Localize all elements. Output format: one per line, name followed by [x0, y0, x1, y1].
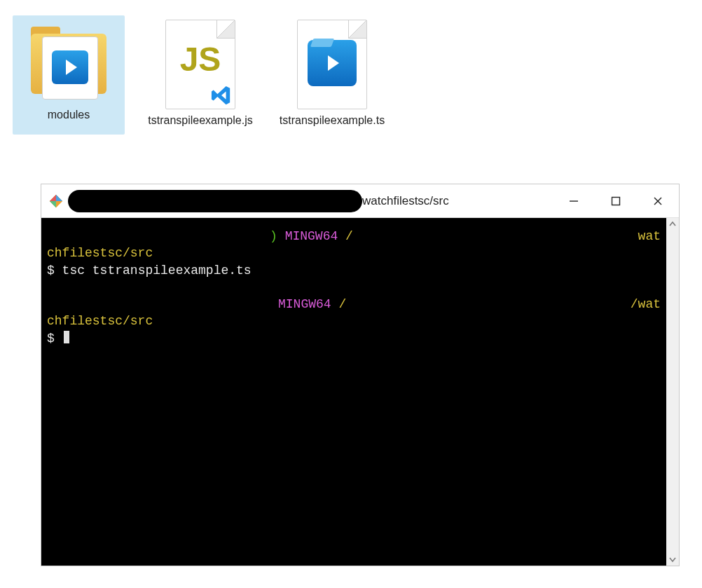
terminal-cursor	[64, 331, 69, 343]
title-redacted-region	[68, 190, 362, 212]
file-item-js[interactable]: JS tstranspileexample.js	[144, 15, 256, 135]
file-label: modules	[48, 108, 90, 122]
minimize-button[interactable]	[553, 184, 595, 217]
ts-file-icon	[297, 20, 367, 109]
terminal-cwd-line: chfilestsc/src	[47, 313, 661, 329]
window-title-path: watchfilestsc/src	[362, 194, 449, 208]
scroll-down-icon[interactable]	[666, 553, 679, 566]
terminal-blank-line	[47, 279, 661, 296]
svg-marker-1	[56, 194, 62, 200]
svg-marker-2	[50, 201, 56, 207]
svg-rect-5	[612, 197, 620, 205]
terminal-prompt-line: ) MINGW64 / wat	[47, 228, 661, 245]
terminal-cwd-line: chfilestsc/src	[47, 245, 661, 261]
file-item-modules[interactable]: modules	[13, 15, 125, 135]
window-controls	[553, 184, 679, 217]
maximize-button[interactable]	[595, 184, 637, 217]
vscode-badge-icon	[211, 85, 232, 106]
close-button[interactable]	[637, 184, 679, 217]
terminal-input-line[interactable]: $	[47, 330, 661, 347]
file-label: tstranspileexample.ts	[280, 114, 385, 128]
terminal-scrollbar[interactable]	[666, 218, 679, 566]
terminal-app-icon	[48, 193, 64, 209]
js-file-icon: JS	[165, 20, 235, 109]
folder-icon	[27, 20, 111, 104]
terminal-command-line: $ tsc tstranspileexample.ts	[47, 262, 661, 279]
scroll-up-icon[interactable]	[666, 218, 679, 231]
terminal-content[interactable]: ) MINGW64 / wat chfilestsc/src $ tsc tst…	[41, 218, 666, 566]
terminal-body: ) MINGW64 / wat chfilestsc/src $ tsc tst…	[41, 218, 679, 566]
file-item-ts[interactable]: tstranspileexample.ts	[276, 15, 388, 135]
svg-marker-3	[50, 194, 56, 200]
window-titlebar[interactable]: watchfilestsc/src	[41, 184, 679, 218]
file-explorer-area: modules JS tstranspileexample.js tstrans…	[0, 0, 702, 149]
terminal-prompt-line: MINGW64 / /wat	[47, 296, 661, 313]
file-label: tstranspileexample.js	[148, 114, 252, 128]
terminal-window: watchfilestsc/src ) MINGW64 / wat chfile…	[41, 184, 680, 566]
